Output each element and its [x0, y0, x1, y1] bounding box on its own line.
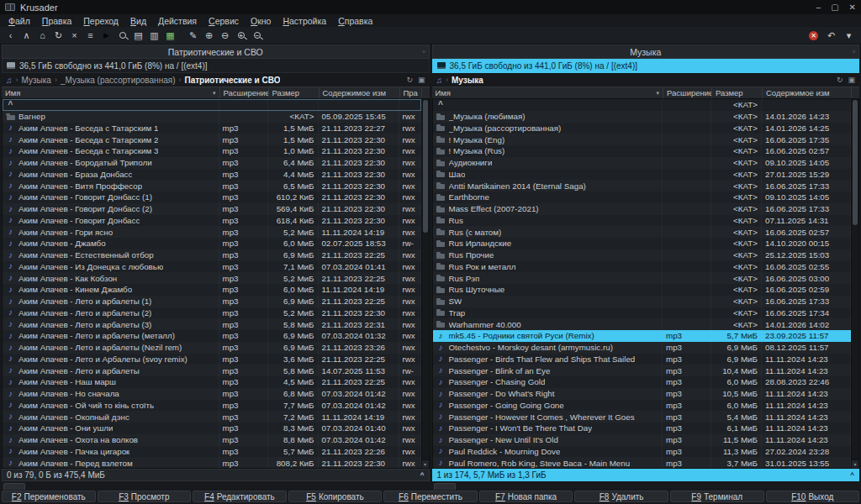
file-row[interactable]: Earthborne<КАТ>09.10.2025 14:05	[433, 192, 852, 203]
fkey-button-f4[interactable]: F4 Редактировать	[193, 491, 287, 502]
undo-icon[interactable]: ↶	[824, 29, 838, 43]
marker-icon[interactable]: ✎	[186, 29, 200, 43]
refresh-path-icon[interactable]: ↻	[837, 76, 843, 84]
file-row[interactable]: ♪Аким Апачев - Наш маршmp34,5 МиБ21.11.2…	[3, 376, 421, 388]
file-row[interactable]: ♪Passenger - Blink of an Eyemp310,4 МиБ1…	[433, 365, 852, 376]
view-file-icon[interactable]: ▤	[131, 29, 145, 43]
file-row[interactable]: ♪Аким Апачев - Лето и арбалеты (Nezil re…	[3, 342, 421, 354]
file-row[interactable]: ♪Аким Апачев - Браза Донбассmp34,4 МиБ21…	[3, 169, 421, 181]
file-row[interactable]: ♪Passenger - New Until It's Oldmp311,5 М…	[433, 434, 852, 446]
compare-directories-icon[interactable]: ≡	[83, 29, 98, 43]
file-row[interactable]: Rus Рэп<КАТ>16.06.2025 03:00	[433, 272, 852, 284]
file-row[interactable]: ♪Passenger - However It Comes , Wherever…	[433, 411, 852, 423]
left-panel-header[interactable]: Патриотические и СВО ▫	[2, 45, 430, 59]
minimize-button[interactable]: –	[816, 3, 821, 12]
fkey-button-f10[interactable]: F10 Выход	[766, 491, 860, 502]
file-row[interactable]: ♪Paul Romero, Rob King, Steve Baca - Mai…	[433, 457, 852, 468]
file-row[interactable]: ♪Аким Апачев - Говорит Донбасс (2)mp3569…	[3, 203, 421, 215]
right-media-info[interactable]: 36,5 ГиБ свободно из 441,0 ГиБ (8%) на /…	[432, 59, 860, 73]
terminal-icon[interactable]: ▦	[163, 29, 177, 43]
file-row[interactable]: Rus Шуточные<КАТ>16.06.2025 02:59	[433, 284, 852, 296]
scrollbar-thumb[interactable]	[423, 100, 428, 233]
home-icon[interactable]: ⌂	[35, 29, 50, 43]
file-row[interactable]: _Музыка (рассортированная)<КАТ>14.01.202…	[433, 123, 852, 134]
column-header-name[interactable]: Имя▾	[432, 87, 664, 98]
breadcrumb-item[interactable]: _Музыка (рассортированная)	[61, 76, 176, 85]
menu-item[interactable]: Правка	[36, 16, 77, 26]
file-row[interactable]: Warhammer 40.000<КАТ>14.01.2026 14:02	[433, 318, 852, 330]
file-row[interactable]: Antti Martikainen 2014 (Eternal Saga)<КА…	[433, 180, 852, 192]
file-row[interactable]: Шао<КАТ>27.01.2025 15:29	[433, 169, 852, 181]
menu-item[interactable]: Сервис	[203, 16, 245, 26]
file-row[interactable]: ♪Аким Апачев - Ой чий то кінь стоїтьmp37…	[3, 400, 421, 412]
file-row[interactable]: ♪Аким Апачев - Говорит Донбасс (1)mp3610…	[3, 192, 421, 203]
file-row[interactable]: ♪Paul Reddick - Mourning Dovemp311,3 МиБ…	[433, 446, 852, 458]
file-row[interactable]: Trap<КАТ>16.06.2025 17:34	[433, 307, 852, 319]
column-header-2[interactable]: Размер	[269, 87, 320, 98]
fkey-button-f3[interactable]: F3 Просмотр	[98, 491, 192, 502]
file-row[interactable]: Вагнер<КАТ>05.09.2025 15:45rwx	[3, 111, 421, 123]
file-row[interactable]: ♪Аким Апачев - Пачка цигарокmp35,7 МиБ21…	[3, 446, 421, 458]
select-group-icon[interactable]: ⊕	[202, 29, 216, 43]
file-row[interactable]: ♪Аким Апачев - Лето и арбалеты (2)mp35,2…	[3, 307, 421, 319]
file-row[interactable]: ♪Аким Апачев - Говорит Донбассmp3618,4 К…	[3, 215, 421, 227]
file-row[interactable]: ♪Аким Апачев - Из Донецка с любовьюmp37,…	[3, 261, 421, 273]
clear-location-icon[interactable]: ✕	[806, 29, 821, 43]
panel-tab[interactable]	[3, 483, 25, 490]
file-row[interactable]: ♪Аким Апачев - Бородатый Триполиmp36,4 М…	[3, 157, 421, 169]
right-panel-header[interactable]: Музыка ▫	[432, 45, 860, 59]
file-row[interactable]: ! Музыка (Rus)<КАТ>16.06.2025 02:57	[433, 145, 852, 157]
close-button[interactable]: ✕	[849, 3, 856, 12]
file-row[interactable]: ♪Аким Апачев - Лето и Арбалеты (svoy rem…	[3, 354, 421, 365]
file-row[interactable]: Rus Прочие<КАТ>25.12.2025 15:03	[433, 249, 852, 261]
file-row[interactable]: ♪mk5.45 - Родники святой Руси (Remix)mp3…	[433, 330, 852, 342]
scrollbar-thumb[interactable]	[853, 100, 858, 225]
menu-item[interactable]: Файл	[3, 16, 36, 26]
fkey-button-f8[interactable]: F8 Удалить	[574, 491, 668, 502]
refresh-path-icon[interactable]: ↻	[406, 76, 413, 84]
fkey-button-f2[interactable]: F2 Переименовать	[2, 491, 96, 502]
file-row[interactable]: ♪Аким Апачев - Они ушлиmp38,3 МиБ07.03.2…	[3, 423, 421, 434]
file-row[interactable]: ♪Аким Апачев - Джамбоmp36,0 МиБ02.07.202…	[3, 238, 421, 249]
file-row[interactable]: Mass Effect (2007-2021)<КАТ>16.06.2025 1…	[433, 203, 852, 215]
file-row[interactable]: ♪Аким Апачев - Беседа с Татарским 1mp31,…	[3, 123, 421, 134]
file-row[interactable]: ♪Аким Апачев - Лето и арбалеты (3)mp35,8…	[3, 318, 421, 330]
history-dropdown-icon[interactable]: ▾	[842, 29, 856, 43]
unselect-group-icon[interactable]: ⊖	[218, 29, 232, 43]
file-row[interactable]: Аудиокниги<КАТ>09.10.2025 14:05	[433, 157, 852, 169]
panel-tab[interactable]	[434, 483, 456, 490]
cut-icon[interactable]: ×	[67, 29, 82, 43]
file-row[interactable]: ♪Аким Апачев - Лето и арбалетыmp35,8 МиБ…	[3, 365, 421, 376]
file-row[interactable]: ♪Аким Апачев - Лето и арбалеты (металл)m…	[3, 330, 421, 342]
file-row[interactable]: ! Музыка (Eng)<КАТ>16.06.2025 17:35	[433, 134, 852, 145]
file-row[interactable]: SW<КАТ>16.06.2025 17:33	[433, 296, 852, 307]
menu-item[interactable]: Окно	[245, 16, 277, 26]
file-row[interactable]: ^<КАТ>	[433, 99, 852, 111]
file-row[interactable]: ♪Аким Апачев - Витя Проффесорmp36,5 МиБ2…	[3, 180, 421, 192]
file-row[interactable]: Rus Рок и металл<КАТ>16.06.2025 02:55	[433, 261, 852, 273]
column-header-1[interactable]: Расширение	[663, 87, 712, 98]
file-row[interactable]: Rus (с матом)<КАТ>16.06.2025 02:57	[433, 226, 852, 238]
panel-menu-icon[interactable]: ▫	[423, 48, 425, 55]
file-row[interactable]: ♪Аким Апачев - Гори ясноmp35,2 МиБ11.11.…	[3, 226, 421, 238]
search-icon[interactable]	[115, 29, 129, 43]
column-header-2[interactable]: Размер	[712, 87, 763, 98]
fkey-button-f6[interactable]: F6 Переместить	[383, 491, 478, 502]
zoom-out-icon[interactable]: −	[250, 29, 264, 43]
file-row[interactable]: ♪Passenger - Chasing Goldmp36,0 МиБ28.08…	[433, 376, 852, 388]
file-row[interactable]: ♪Аким Апачев - Кинем Джамбоmp36,0 МиБ11.…	[3, 284, 421, 296]
edit-file-icon[interactable]: ▥	[147, 29, 161, 43]
file-row[interactable]: ^	[3, 99, 421, 111]
column-header-3[interactable]: Содержимое изм	[320, 87, 400, 98]
maximize-button[interactable]: ▢	[831, 3, 838, 12]
back-icon[interactable]: ‹	[3, 29, 18, 43]
column-header-3[interactable]: Содержимое изм	[763, 87, 852, 98]
up-icon[interactable]: ∧	[19, 29, 34, 43]
file-row[interactable]: ♪Otechestvo - Morskoy desant (armymusic.…	[433, 342, 852, 354]
left-vertical-scrollbar[interactable]: ▾	[421, 99, 429, 468]
column-header-1[interactable]: Расширение	[220, 87, 269, 98]
breadcrumb-item[interactable]: Музыка	[22, 76, 51, 85]
bookmarks-icon[interactable]: ▣	[418, 76, 425, 84]
bookmarks-icon[interactable]: ▣	[848, 76, 855, 84]
totals-toggle-icon[interactable]: ^	[850, 471, 854, 479]
